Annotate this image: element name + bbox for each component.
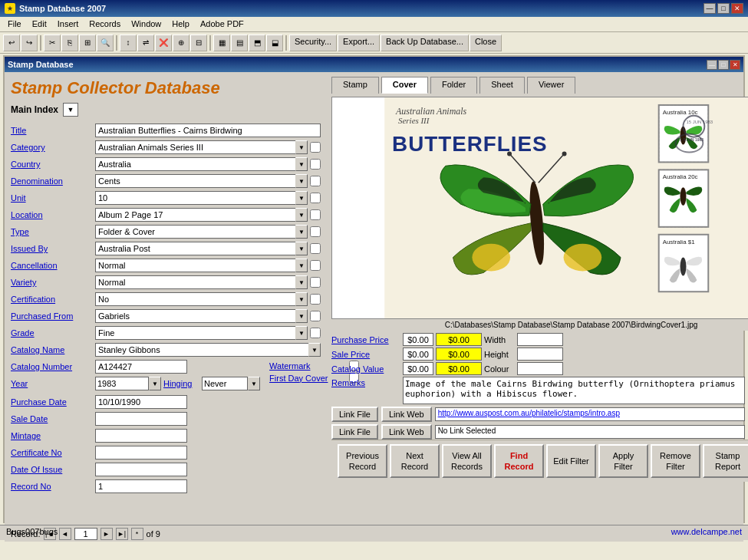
toolbar-delete[interactable]: ❌ (155, 35, 172, 51)
rec-prev-button[interactable]: ◄ (59, 528, 71, 540)
price-val-sale[interactable] (403, 348, 433, 361)
stamp-report-button[interactable]: StampReport (703, 444, 748, 478)
field-label-title[interactable]: Title (11, 126, 95, 135)
height-val[interactable] (517, 348, 563, 361)
field-label-saledate[interactable]: Sale Date (11, 414, 95, 423)
rec-current-input[interactable] (74, 528, 97, 540)
field-label-catalognumber[interactable]: Catalog Number (11, 362, 95, 371)
denomination-checkbox[interactable] (310, 176, 321, 186)
field-input-title[interactable] (95, 124, 321, 137)
field-label-category[interactable]: Category (11, 143, 95, 152)
menu-edit[interactable]: Edit (28, 18, 51, 30)
toolbar-paste[interactable]: ⊞ (79, 35, 96, 51)
link-web-btn-1[interactable]: Link Web (381, 407, 432, 422)
purchasedfrom-dropdown-arrow[interactable]: ▼ (295, 309, 308, 323)
price-val-catalog[interactable] (403, 362, 433, 375)
purchasedfrom-checkbox[interactable] (310, 311, 321, 321)
view-all-records-button[interactable]: View AllRecords (442, 444, 492, 478)
main-index-dropdown[interactable]: ▼ (63, 103, 78, 117)
location-checkbox[interactable] (310, 209, 321, 220)
category-dropdown-arrow[interactable]: ▼ (295, 140, 308, 154)
field-input-hinging[interactable] (202, 377, 248, 390)
apply-filter-button[interactable]: Apply Filter (598, 444, 648, 478)
field-input-type[interactable] (95, 225, 295, 239)
window-maximize[interactable]: □ (718, 60, 729, 70)
toolbar-add[interactable]: ⊕ (173, 35, 189, 51)
field-label-year[interactable]: Year (11, 379, 95, 388)
field-label-location[interactable]: Location (11, 210, 95, 219)
menu-window[interactable]: Window (127, 18, 166, 30)
field-label-denomination[interactable]: Denomination (11, 176, 95, 186)
rec-next-button[interactable]: ► (101, 528, 113, 540)
window-minimize[interactable]: — (707, 60, 717, 70)
field-input-denomination[interactable] (95, 174, 295, 188)
menu-adobepdf[interactable]: Adobe PDF (196, 18, 249, 30)
tab-stamp[interactable]: Stamp (331, 77, 379, 94)
field-input-dateofissue[interactable] (95, 463, 187, 476)
field-input-country[interactable] (95, 157, 295, 171)
unit-checkbox[interactable] (310, 193, 321, 203)
field-label-dateofissue[interactable]: Date Of Issue (11, 465, 95, 474)
field-label-purchasedate[interactable]: Purchase Date (11, 397, 95, 407)
price-yellowval-sale[interactable] (436, 348, 482, 361)
menu-help[interactable]: Help (167, 18, 194, 30)
toolbar-view3[interactable]: ⬒ (249, 35, 265, 51)
link-url-1[interactable]: http://www.auspost.com.au/philatelic/sta… (435, 407, 745, 421)
field-label-certificateno[interactable]: Certificate No (11, 448, 95, 457)
link-file-btn-1[interactable]: Link File (331, 407, 378, 422)
toolbar-copy[interactable]: ⎘ (61, 35, 78, 51)
minimize-button[interactable]: — (704, 3, 716, 14)
remove-filter-button[interactable]: RemoveFilter (651, 444, 700, 478)
close-button[interactable]: ✕ (731, 3, 743, 14)
toolbar-undo[interactable]: ↩ (3, 35, 20, 51)
field-label-type[interactable]: Type (11, 227, 95, 236)
toolbar-backup[interactable]: Back Up Database... (381, 35, 469, 51)
colour-val[interactable] (517, 362, 563, 375)
link-web-btn-2[interactable]: Link Web (381, 424, 432, 440)
price-label-sale[interactable]: Sale Price (331, 350, 400, 359)
grade-checkbox[interactable] (310, 328, 321, 338)
field-input-saledate[interactable] (95, 412, 187, 426)
toolbar-remove[interactable]: ⊟ (190, 35, 207, 51)
year-dropdown-arrow[interactable]: ▼ (149, 377, 161, 390)
window-close[interactable]: ✕ (730, 60, 740, 70)
link-file-btn-2[interactable]: Link File (331, 424, 378, 440)
field-label-recordno[interactable]: Record No (11, 482, 95, 491)
field-input-catalognumber[interactable] (95, 360, 187, 374)
price-label-catalog[interactable]: Catalog Value (331, 364, 400, 374)
maximize-button[interactable]: □ (717, 3, 730, 14)
next-record-button[interactable]: Next Record (390, 444, 440, 478)
tab-viewer[interactable]: Viewer (527, 77, 575, 94)
menu-file[interactable]: File (3, 18, 26, 30)
tab-cover[interactable]: Cover (381, 77, 428, 94)
field-input-cancellation[interactable] (95, 259, 295, 272)
toolbar-redo[interactable]: ↪ (21, 35, 38, 51)
issuedby-dropdown-arrow[interactable]: ▼ (295, 242, 308, 255)
type-checkbox[interactable] (310, 226, 321, 237)
certification-checkbox[interactable] (310, 294, 321, 305)
field-label-mintage[interactable]: Mintage (11, 431, 95, 440)
issuedby-checkbox[interactable] (310, 243, 321, 254)
field-input-category[interactable] (95, 140, 295, 154)
field-input-recordno[interactable] (95, 479, 187, 493)
menu-records[interactable]: Records (84, 18, 125, 30)
field-input-purchasedate[interactable] (95, 395, 187, 409)
field-input-issuedby[interactable] (95, 242, 295, 255)
price-yellowval-purchase[interactable] (436, 333, 482, 346)
remarks-label[interactable]: Remarks (331, 377, 400, 387)
edit-filter-button[interactable]: Edit Filter (546, 444, 596, 478)
category-checkbox[interactable] (310, 142, 321, 153)
remarks-textarea[interactable] (403, 377, 745, 404)
toolbar-find[interactable]: 🔍 (97, 35, 114, 51)
link-url-2[interactable]: No Link Selected (435, 425, 745, 439)
field-input-variety[interactable] (95, 275, 295, 289)
field-label-issuedby[interactable]: Issued By (11, 244, 95, 253)
toolbar-filter[interactable]: ⇌ (137, 35, 154, 51)
toolbar-sort[interactable]: ↕ (120, 35, 137, 51)
field-label-unit[interactable]: Unit (11, 193, 95, 203)
price-yellowval-catalog[interactable] (436, 362, 482, 375)
country-dropdown-arrow[interactable]: ▼ (295, 157, 308, 171)
field-label-cancellation[interactable]: Cancellation (11, 261, 95, 270)
field-input-unit[interactable] (95, 191, 295, 205)
toolbar-view1[interactable]: ▦ (213, 35, 230, 51)
